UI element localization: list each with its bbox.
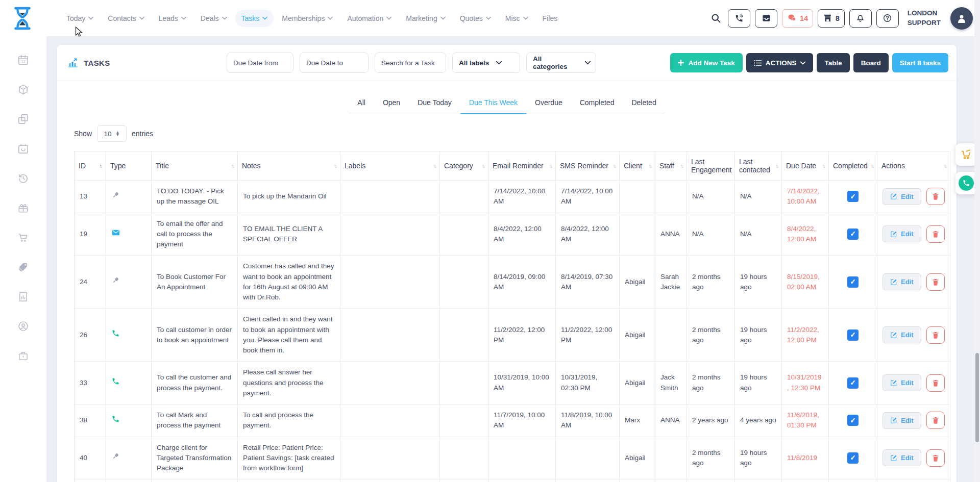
account-icon[interactable]	[17, 320, 30, 332]
sort-icon[interactable]: ↑↓	[231, 163, 234, 169]
completed-checkbox[interactable]: ✓	[847, 276, 859, 288]
nav-item-marketing[interactable]: Marketing	[400, 10, 451, 27]
nav-item-memberships[interactable]: Memberships	[276, 10, 339, 27]
user-avatar[interactable]	[950, 7, 973, 30]
sort-icon[interactable]: ↑↓	[822, 163, 825, 169]
completed-checkbox[interactable]: ✓	[847, 415, 859, 426]
column-header-labels[interactable]: Labels↑↓	[340, 151, 440, 181]
column-header-title[interactable]: Title↑↓	[152, 151, 238, 181]
floating-cart-button[interactable]	[955, 143, 977, 166]
scrollbar-thumb[interactable]	[975, 353, 979, 442]
nav-item-files[interactable]: Files	[536, 10, 564, 27]
tab-due-this-week[interactable]: Due This Week	[460, 93, 526, 114]
nav-item-automation[interactable]: Automation	[341, 10, 398, 27]
tab-all[interactable]: All	[349, 93, 374, 114]
delete-task-button[interactable]	[926, 225, 945, 243]
app-logo-hourglass-icon[interactable]	[11, 4, 34, 33]
sort-icon[interactable]: ↑↓	[775, 163, 778, 169]
sort-icon[interactable]: ↑↓	[944, 163, 946, 169]
tab-open[interactable]: Open	[374, 93, 409, 114]
labels-select[interactable]: All labels	[452, 53, 520, 73]
delete-task-button[interactable]	[926, 449, 945, 467]
edit-task-button[interactable]: Edit	[883, 374, 921, 391]
completed-checkbox[interactable]: ✓	[847, 377, 859, 389]
sort-icon[interactable]: ↑↓	[649, 163, 651, 169]
report-icon[interactable]	[17, 290, 30, 302]
inbox-button[interactable]	[755, 9, 777, 28]
delete-task-button[interactable]	[926, 326, 945, 344]
column-header-due-date[interactable]: Due Date↑↓	[782, 151, 829, 181]
board-view-button[interactable]: Board	[853, 53, 889, 72]
column-header-category[interactable]: Category↑↓	[440, 151, 488, 181]
completed-checkbox[interactable]: ✓	[847, 452, 859, 464]
table-view-button[interactable]: Table	[817, 53, 849, 72]
task-search-input[interactable]	[375, 53, 446, 73]
briefcase-icon[interactable]	[17, 349, 30, 362]
edit-task-button[interactable]: Edit	[883, 225, 921, 242]
completed-checkbox[interactable]: ✓	[847, 191, 859, 202]
column-header-client[interactable]: Client↑↓	[620, 151, 655, 181]
delete-task-button[interactable]	[926, 374, 945, 392]
nav-item-contacts[interactable]: Contacts	[102, 10, 150, 27]
help-button[interactable]	[876, 9, 899, 28]
copy-icon[interactable]	[17, 113, 30, 125]
completed-checkbox[interactable]: ✓	[847, 229, 859, 240]
notifications-button[interactable]	[849, 9, 872, 28]
column-header-staff[interactable]: Staff↑↓	[655, 151, 687, 181]
nav-item-leads[interactable]: Leads	[153, 10, 192, 27]
column-header-actions[interactable]: Actions↑↓	[877, 151, 950, 181]
delete-task-button[interactable]	[926, 412, 945, 429]
chat-button[interactable]: 14	[782, 9, 813, 28]
nav-item-quotes[interactable]: Quotes	[454, 10, 497, 27]
actions-dropdown-button[interactable]: ACTIONS	[746, 53, 814, 72]
column-header-last-contacted[interactable]: Last contacted↑↓	[735, 151, 782, 181]
floating-call-button[interactable]	[955, 172, 977, 194]
delete-task-button[interactable]	[926, 188, 945, 205]
categories-select[interactable]: All categories	[526, 53, 596, 73]
edit-task-button[interactable]: Edit	[883, 412, 921, 429]
gift-icon[interactable]	[17, 201, 30, 214]
add-new-task-button[interactable]: Add New Task	[670, 53, 742, 72]
nav-item-tasks[interactable]: Tasks	[235, 10, 274, 27]
edit-task-button[interactable]: Edit	[883, 273, 921, 290]
sort-icon[interactable]: ↑↓	[613, 163, 616, 169]
dialer-button[interactable]	[728, 9, 750, 28]
nav-item-misc[interactable]: Misc	[499, 10, 534, 27]
sort-icon[interactable]: ↑↓	[433, 163, 436, 169]
due-date-to-input[interactable]	[300, 53, 369, 73]
column-header-email-reminder[interactable]: Email Reminder↑↓	[488, 151, 556, 181]
cart-icon[interactable]	[17, 231, 30, 243]
tab-overdue[interactable]: Overdue	[526, 93, 571, 114]
cube-icon[interactable]	[17, 83, 30, 95]
sort-icon[interactable]: ↑↓	[871, 163, 873, 169]
sort-icon[interactable]: ↑↓	[680, 163, 683, 169]
calendar-check-icon[interactable]	[17, 142, 30, 155]
column-header-id[interactable]: ID↑↓	[75, 151, 106, 181]
edit-task-button[interactable]: Edit	[883, 188, 921, 205]
nav-item-today[interactable]: Today	[60, 10, 100, 27]
due-date-from-input[interactable]	[227, 53, 293, 73]
sort-icon[interactable]: ↑↓	[482, 163, 484, 169]
history-icon[interactable]	[17, 172, 30, 184]
column-header-sms-reminder[interactable]: SMS Reminder↑↓	[556, 151, 620, 181]
sort-icon[interactable]: ↑↓	[100, 163, 102, 169]
edit-task-button[interactable]: Edit	[883, 326, 921, 343]
start-tasks-button[interactable]: Start 8 tasks	[892, 53, 948, 72]
column-header-notes[interactable]: Notes↑↓	[238, 151, 340, 181]
sort-icon[interactable]: ↑↓	[334, 163, 336, 169]
tab-completed[interactable]: Completed	[571, 93, 623, 114]
tag-icon[interactable]	[17, 261, 30, 273]
page-scrollbar[interactable]	[974, 0, 980, 482]
edit-task-button[interactable]: Edit	[883, 449, 921, 466]
calendar-icon[interactable]: 12	[17, 54, 30, 66]
store-button[interactable]: 8	[818, 9, 845, 28]
delete-task-button[interactable]	[926, 273, 945, 291]
nav-item-deals[interactable]: Deals	[194, 10, 233, 27]
tab-due-today[interactable]: Due Today	[409, 93, 460, 114]
entries-per-page-select[interactable]: 10 ▲▼	[97, 125, 127, 142]
sort-icon[interactable]: ↑↓	[549, 163, 552, 169]
completed-checkbox[interactable]: ✓	[847, 329, 859, 341]
search-icon[interactable]	[708, 11, 723, 26]
column-header-completed[interactable]: Completed↑↓	[829, 151, 877, 181]
tab-deleted[interactable]: Deleted	[623, 93, 665, 114]
